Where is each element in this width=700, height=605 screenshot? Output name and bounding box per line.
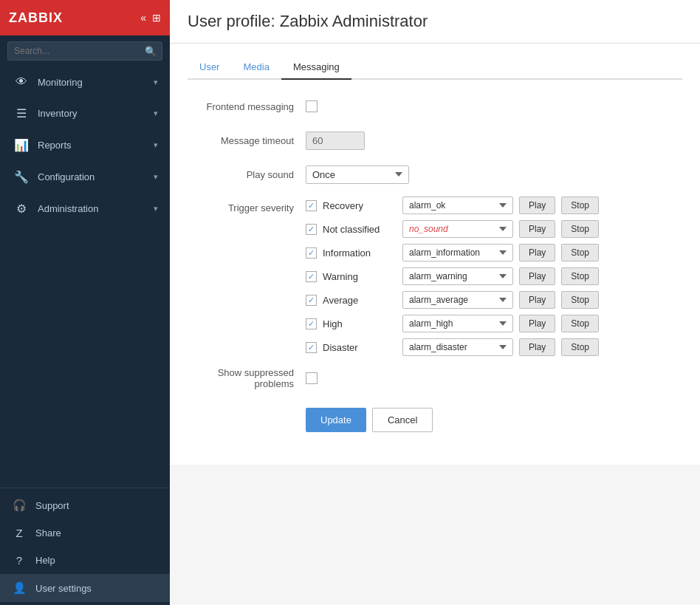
inventory-icon: ☰ (14, 106, 29, 120)
share-icon: Z (12, 527, 27, 539)
chevron-down-icon: ▾ (154, 78, 158, 87)
search-input[interactable] (7, 41, 162, 61)
sidebar-header: ZABBIX « ⊞ (0, 0, 170, 35)
sidebar-item-configuration[interactable]: 🔧 Configuration ▾ (0, 161, 170, 193)
severity-name-information: Information (323, 247, 397, 259)
play-button-recovery[interactable]: Play (519, 196, 555, 214)
frontend-messaging-control (306, 100, 318, 112)
search-icon: 🔍 (145, 46, 157, 57)
play-sound-label: Play sound (188, 169, 306, 180)
severity-row-high: ✓ High alarm_high Play Stop (306, 315, 599, 332)
stop-button-high[interactable]: Stop (561, 315, 599, 332)
page-title: User profile: Zabbix Administrator (188, 12, 682, 31)
sidebar-label-inventory: Inventory (38, 108, 145, 119)
tab-media[interactable]: Media (231, 55, 281, 80)
sidebar-label-support: Support (35, 500, 69, 511)
severity-cb-disaster[interactable]: ✓ (306, 342, 317, 353)
sidebar-label-user-settings: User settings (35, 583, 92, 594)
severity-name-recovery: Recovery (323, 200, 397, 211)
sidebar-label-monitoring: Monitoring (38, 77, 145, 88)
severity-row-disaster: ✓ Disaster alarm_disaster Play Stop (306, 338, 599, 356)
stop-button-not-classified[interactable]: Stop (561, 220, 599, 238)
frontend-messaging-checkbox[interactable] (306, 100, 318, 112)
severity-sound-average[interactable]: alarm_average (402, 291, 513, 309)
stop-button-disaster[interactable]: Stop (561, 338, 599, 356)
severity-sound-information[interactable]: alarm_information (402, 244, 513, 262)
show-suppressed-label: Show suppressed problems (188, 367, 306, 389)
page-header: User profile: Zabbix Administrator (170, 0, 700, 44)
sidebar-label-configuration: Configuration (38, 171, 145, 182)
message-timeout-row: Message timeout (188, 129, 682, 152)
frontend-messaging-row: Frontend messaging (188, 95, 682, 118)
play-button-not-classified[interactable]: Play (519, 220, 555, 238)
play-button-warning[interactable]: Play (519, 267, 555, 285)
severity-sound-disaster[interactable]: alarm_disaster (402, 338, 513, 356)
sidebar-label-share: Share (35, 527, 61, 539)
severity-row-recovery: ✓ Recovery alarm_ok Play Stop (306, 196, 599, 214)
severity-cb-not-classified[interactable]: ✓ (306, 224, 317, 235)
severity-cb-high[interactable]: ✓ (306, 318, 317, 329)
severity-name-warning: Warning (323, 271, 397, 282)
update-button[interactable]: Update (306, 408, 366, 432)
severity-cb-recovery[interactable]: ✓ (306, 200, 317, 211)
severity-sound-not-classified[interactable]: no_sound (402, 220, 513, 238)
action-buttons: Update Cancel (306, 408, 682, 432)
play-button-high[interactable]: Play (519, 315, 555, 332)
reports-icon: 📊 (14, 138, 29, 152)
collapse-icon[interactable]: « (140, 12, 146, 24)
main-content: User profile: Zabbix Administrator User … (170, 0, 700, 605)
severity-row-average: ✓ Average alarm_average Play Stop (306, 291, 599, 309)
sidebar-label-help: Help (35, 555, 55, 566)
sidebar-item-administration[interactable]: ⚙ Administration ▾ (0, 193, 170, 225)
show-suppressed-checkbox[interactable] (306, 372, 318, 384)
play-sound-control: Once 10 seconds Always (306, 165, 409, 184)
chevron-down-icon-admin: ▾ (154, 204, 158, 213)
severity-cb-warning[interactable]: ✓ (306, 271, 317, 282)
play-button-information[interactable]: Play (519, 244, 555, 262)
play-sound-row: Play sound Once 10 seconds Always (188, 163, 682, 186)
stop-button-information[interactable]: Stop (561, 244, 599, 262)
severity-row-information: ✓ Information alarm_information Play Sto… (306, 244, 599, 262)
show-suppressed-control (306, 372, 318, 384)
message-timeout-control (306, 131, 365, 150)
sidebar: ZABBIX « ⊞ 🔍 👁 Monitoring ▾ ☰ Inventory … (0, 0, 170, 605)
cancel-button[interactable]: Cancel (372, 408, 433, 432)
message-timeout-input[interactable] (306, 131, 365, 150)
sidebar-header-icons: « ⊞ (140, 12, 161, 24)
severity-sound-recovery[interactable]: alarm_ok (402, 196, 513, 214)
play-button-disaster[interactable]: Play (519, 338, 555, 356)
frontend-messaging-label: Frontend messaging (188, 101, 306, 112)
sidebar-item-user-settings[interactable]: 👤 User settings (0, 574, 170, 602)
layout-icon[interactable]: ⊞ (152, 12, 161, 24)
severity-row-not-classified: ✓ Not classified no_sound Play Stop (306, 220, 599, 238)
tab-messaging[interactable]: Messaging (281, 55, 351, 80)
play-sound-select[interactable]: Once 10 seconds Always (306, 165, 409, 184)
sidebar-item-inventory[interactable]: ☰ Inventory ▾ (0, 98, 170, 129)
sidebar-item-monitoring[interactable]: 👁 Monitoring ▾ (0, 66, 170, 98)
severity-name-not-classified: Not classified (323, 224, 397, 235)
severity-name-disaster: Disaster (323, 342, 397, 353)
severity-sound-warning[interactable]: alarm_warning (402, 267, 513, 285)
severity-sound-high[interactable]: alarm_high (402, 315, 513, 332)
tabs: User Media Messaging (188, 44, 682, 80)
sidebar-footer: 🎧 Support Z Share ? Help 👤 User settings (0, 488, 170, 605)
stop-button-warning[interactable]: Stop (561, 267, 599, 285)
sidebar-item-share[interactable]: Z Share (0, 519, 170, 547)
stop-button-recovery[interactable]: Stop (561, 196, 599, 214)
sidebar-item-help[interactable]: ? Help (0, 547, 170, 574)
sidebar-nav: 👁 Monitoring ▾ ☰ Inventory ▾ 📊 Reports ▾… (0, 66, 170, 488)
trigger-severity-label: Trigger severity (188, 196, 306, 213)
sidebar-label-reports: Reports (38, 140, 145, 151)
sidebar-label-administration: Administration (38, 203, 145, 214)
severity-cb-average[interactable]: ✓ (306, 295, 317, 306)
message-timeout-label: Message timeout (188, 135, 306, 146)
sidebar-item-reports[interactable]: 📊 Reports ▾ (0, 129, 170, 161)
trigger-severity-row: Trigger severity ✓ Recovery alarm_ok Pla… (188, 196, 682, 356)
chevron-down-icon-inventory: ▾ (154, 109, 158, 118)
stop-button-average[interactable]: Stop (561, 291, 599, 309)
play-button-average[interactable]: Play (519, 291, 555, 309)
tab-user[interactable]: User (188, 55, 231, 80)
severity-cb-information[interactable]: ✓ (306, 247, 317, 259)
sidebar-item-support[interactable]: 🎧 Support (0, 491, 170, 519)
support-icon: 🎧 (12, 499, 27, 512)
